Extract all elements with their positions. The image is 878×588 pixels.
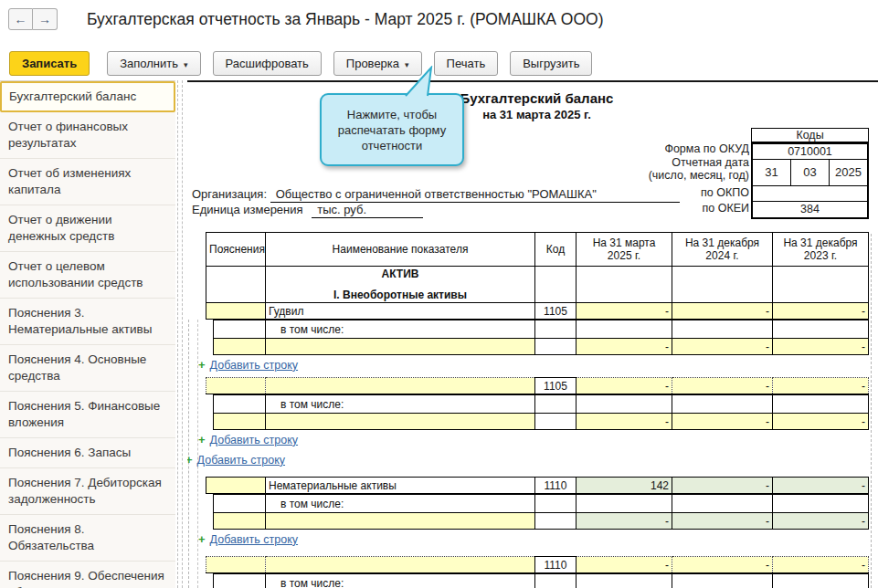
empty-cell xyxy=(214,320,266,339)
value-cell[interactable]: - xyxy=(773,339,869,355)
empty-cell xyxy=(577,267,672,303)
value-cell[interactable]: - xyxy=(577,414,672,430)
sidebar-item-capital-changes[interactable]: Отчет об изменениях капитала xyxy=(0,159,175,205)
sub-input-row: - - - xyxy=(214,414,869,430)
empty-cell xyxy=(577,395,672,414)
section-title: АКТИВ xyxy=(269,268,532,280)
value-cell[interactable]: - xyxy=(577,513,672,530)
indicator-name[interactable] xyxy=(266,557,535,573)
explanation-cell[interactable] xyxy=(214,513,266,530)
subsection-title: I. Внеоборотные активы xyxy=(269,289,532,301)
empty-cell xyxy=(773,267,869,303)
empty-cell xyxy=(672,574,773,588)
balance-table-head: Пояснения Наименование показателя Код На… xyxy=(206,232,869,320)
sidebar-item-cash-flow[interactable]: Отчет о движении денежных средств xyxy=(0,205,175,252)
unit-value: тыс. руб. xyxy=(312,203,423,218)
fill-button[interactable]: Заполнить ▾ xyxy=(107,51,200,76)
indicator-name: Гудвил xyxy=(266,303,535,320)
sidebar-item-notes-7[interactable]: Пояснения 7. Дебиторская задолженность xyxy=(0,468,175,515)
value-cell[interactable]: - xyxy=(773,557,869,573)
add-row-link[interactable]: Добавить строку xyxy=(210,434,298,446)
value-cell[interactable]: - xyxy=(773,513,869,530)
save-button[interactable]: Записать xyxy=(9,51,90,76)
forward-icon: → xyxy=(38,12,51,26)
value-cell[interactable]: - xyxy=(672,478,773,494)
empty-cell xyxy=(577,320,672,339)
empty-cell xyxy=(535,320,577,339)
balance-form-pane: Бухгалтерский баланс на 31 марта 2025 г.… xyxy=(187,80,878,588)
forward-button[interactable]: → xyxy=(33,8,58,30)
sidebar-item-notes-5[interactable]: Пояснения 5. Финансовые вложения xyxy=(0,392,175,438)
indicator-name[interactable] xyxy=(266,378,535,394)
value-cell[interactable]: - xyxy=(672,378,773,394)
explanation-cell[interactable] xyxy=(206,478,266,494)
value-cell[interactable]: - xyxy=(773,414,869,430)
explanation-cell[interactable] xyxy=(206,557,266,573)
sub-name-cell[interactable] xyxy=(266,513,535,530)
empty-cell xyxy=(773,395,869,414)
value-cell[interactable]: - xyxy=(773,303,869,320)
okei-value: 384 xyxy=(753,202,867,217)
add-row-link[interactable]: Добавить строку xyxy=(210,359,298,372)
value-cell[interactable]: - xyxy=(577,339,672,355)
sub-name-cell[interactable] xyxy=(266,414,535,430)
in-total-row: в том числе: xyxy=(214,574,869,588)
value-cell[interactable]: 142 xyxy=(577,478,672,494)
add-row-link[interactable]: Добавить строку xyxy=(210,533,298,546)
explanation-cell[interactable] xyxy=(214,414,266,430)
value-cell[interactable]: - xyxy=(577,378,672,394)
value-cell[interactable]: - xyxy=(672,339,773,355)
sidebar-item-targeted-use[interactable]: Отчет о целевом использовании средств xyxy=(0,252,175,299)
explanation-cell[interactable] xyxy=(214,339,266,355)
organization-label: Организация: xyxy=(192,187,267,201)
sidebar-item-notes-4[interactable]: Пояснения 4. Основные средства xyxy=(0,345,175,392)
empty-cell xyxy=(535,574,577,588)
value-cell[interactable]: - xyxy=(773,378,869,394)
export-button[interactable]: Выгрузить xyxy=(510,51,592,76)
fill-button-label: Заполнить xyxy=(120,57,178,70)
table-row-goodwill: Гудвил 1105 - - - xyxy=(206,303,869,320)
add-row-link[interactable]: Добавить строку xyxy=(197,454,285,467)
add-row-control[interactable]: + Добавить строку xyxy=(198,432,873,447)
okpo-value xyxy=(753,186,867,202)
add-row-control[interactable]: + Добавить строку xyxy=(198,357,873,373)
col-header-date1: На 31 марта 2025 г. xyxy=(577,233,672,267)
indicator-name: Нематериальные активы xyxy=(266,478,535,494)
value-cell[interactable]: - xyxy=(672,414,773,430)
sidebar-item-notes-3[interactable]: Пояснения 3. Нематериальные активы xyxy=(0,299,175,345)
value-cell[interactable]: - xyxy=(672,557,773,573)
add-row-control[interactable]: + Добавить строку xyxy=(198,531,873,547)
explanation-cell[interactable] xyxy=(206,378,266,394)
empty-cell xyxy=(773,495,869,513)
sidebar-item-balance-sheet[interactable]: Бухгалтерский баланс xyxy=(0,81,175,112)
page-title: Бухгалтерская отчетность за Январь - Мар… xyxy=(87,10,604,29)
report-date-year: 2025 xyxy=(830,160,867,185)
balance-grid: Пояснения Наименование показателя Код На… xyxy=(206,232,873,588)
sidebar-splitter[interactable] xyxy=(177,80,183,588)
decipher-button[interactable]: Расшифровать xyxy=(213,51,322,76)
code-cell: 1105 xyxy=(535,378,577,394)
sub-name-cell[interactable] xyxy=(266,339,535,355)
back-button[interactable]: ← xyxy=(8,8,33,30)
explanation-cell[interactable] xyxy=(206,303,266,320)
value-cell[interactable]: - xyxy=(672,303,773,320)
sidebar-item-notes-9[interactable]: Пояснения 9. Обеспечения обязательств xyxy=(0,562,175,588)
sidebar-item-financial-results[interactable]: Отчет о финансовых результатах xyxy=(0,112,175,159)
col-header-code: Код xyxy=(535,233,577,267)
add-row-control-outer[interactable]: + Добавить строку xyxy=(187,452,873,467)
in-total-row: в том числе: xyxy=(214,495,869,513)
tooltip-text: Нажмите, чтобы распечатать форму отчетно… xyxy=(331,107,453,153)
value-cell[interactable]: - xyxy=(577,557,672,573)
organization-value: Общество с ограниченной ответственностью… xyxy=(270,187,680,203)
report-date-day: 31 xyxy=(753,160,791,185)
empty-cell xyxy=(672,495,773,513)
sidebar-item-notes-8[interactable]: Пояснения 8. Обязательства xyxy=(0,515,175,562)
section-row: АКТИВ I. Внеоборотные активы xyxy=(206,267,869,303)
value-cell[interactable]: - xyxy=(672,513,773,530)
sidebar-item-notes-6[interactable]: Пояснения 6. Запасы xyxy=(0,438,175,468)
value-cell[interactable]: - xyxy=(577,303,672,320)
form-subtitle: на 31 марта 2025 г. xyxy=(206,108,868,121)
empty-cell xyxy=(577,495,672,513)
app-window: { "window": { "title": "Бухгалтерская от… xyxy=(0,0,878,588)
value-cell[interactable]: - xyxy=(773,478,869,494)
